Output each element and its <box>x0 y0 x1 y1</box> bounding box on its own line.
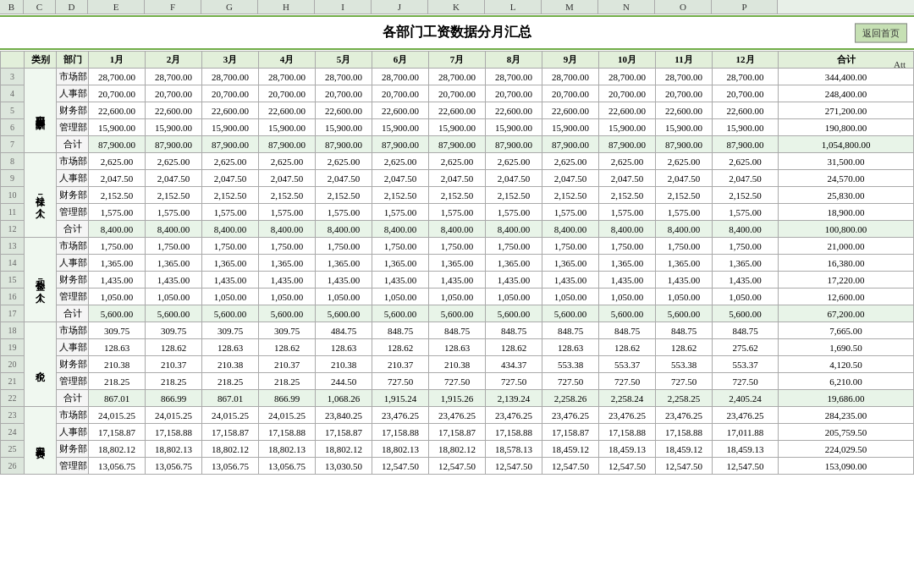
month-cell: 28,700.00 <box>713 69 779 85</box>
month-cell: 24,015.25 <box>89 407 146 424</box>
month-cell: 20,700.00 <box>656 85 713 102</box>
dept-cell: 管理部 <box>57 204 89 221</box>
month-cell: 20,700.00 <box>372 85 429 102</box>
dept-cell: 财务部 <box>57 356 89 373</box>
col-k-header: K <box>428 0 485 14</box>
total-cell: 100,800.00 <box>779 221 914 238</box>
month-cell: 5,600.00 <box>429 305 486 322</box>
category-cell: 社保－个人 <box>25 153 57 238</box>
month-cell: 1,365.00 <box>259 255 316 272</box>
table-row: 17合计5,600.005,600.005,600.005,600.005,60… <box>1 305 914 322</box>
month-cell: 18,802.13 <box>259 441 316 458</box>
month-cell: 218.25 <box>202 373 259 390</box>
month-cell: 17,158.87 <box>316 424 372 441</box>
month-cell: 848.75 <box>429 322 486 339</box>
title-bar: 各部门工资数据分月汇总 返回首页 <box>0 15 914 50</box>
month-cell: 18,802.12 <box>89 441 146 458</box>
month-cell: 2,625.00 <box>146 153 202 170</box>
main-table-wrap: 类别 部门 1月 2月 3月 4月 5月 6月 7月 8月 9月 10月 11月… <box>0 51 914 475</box>
month-cell: 8,400.00 <box>713 221 779 238</box>
month-cell: 8,400.00 <box>259 221 316 238</box>
month-cell: 128.63 <box>542 339 599 356</box>
month-cell: 2,152.50 <box>316 187 372 204</box>
month-cell: 1,365.00 <box>713 255 779 272</box>
month-cell: 1,915.26 <box>429 390 486 407</box>
dept-cell: 合计 <box>57 136 89 153</box>
month-cell: 18,459.12 <box>542 441 599 458</box>
month-cell: 2,047.50 <box>429 170 486 187</box>
month-cell: 2,625.00 <box>542 153 599 170</box>
main-table: 类别 部门 1月 2月 3月 4月 5月 6月 7月 8月 9月 10月 11月… <box>0 51 914 475</box>
month-cell: 12,547.50 <box>542 458 599 475</box>
month-cell: 553.37 <box>599 356 656 373</box>
col-i-header: I <box>315 0 372 14</box>
month-cell: 2,625.00 <box>202 153 259 170</box>
month-cell: 87,900.00 <box>599 136 656 153</box>
month-cell: 20,700.00 <box>316 85 372 102</box>
month-cell: 1,915.24 <box>372 390 429 407</box>
table-row: 18个税市场部309.75309.75309.75309.75484.75848… <box>1 322 914 339</box>
month-cell: 8,400.00 <box>429 221 486 238</box>
total-cell: 190,800.00 <box>779 119 914 136</box>
month-cell: 1,365.00 <box>486 255 542 272</box>
month-cell: 28,700.00 <box>372 69 429 85</box>
month-cell: 2,625.00 <box>429 153 486 170</box>
col-c-header: C <box>24 0 56 14</box>
month-cell: 1,575.00 <box>259 204 316 221</box>
month-cell: 20,700.00 <box>713 85 779 102</box>
month-cell: 1,050.00 <box>486 289 542 305</box>
col-j-header: J <box>372 0 428 14</box>
col-rownum-header <box>1 52 25 69</box>
month-cell: 24,015.25 <box>259 407 316 424</box>
table-row: 4人事部20,700.0020,700.0020,700.0020,700.00… <box>1 85 914 102</box>
month-cell: 5,600.00 <box>486 305 542 322</box>
total-cell: 271,200.00 <box>779 102 914 119</box>
month-cell: 5,600.00 <box>89 305 146 322</box>
month-cell: 128.62 <box>656 339 713 356</box>
month-cell: 22,600.00 <box>146 102 202 119</box>
total-cell: 31,500.00 <box>779 153 914 170</box>
month-cell: 866.99 <box>146 390 202 407</box>
month-cell: 23,476.25 <box>656 407 713 424</box>
month-cell: 218.25 <box>146 373 202 390</box>
month-cell: 2,405.24 <box>713 390 779 407</box>
month-cell: 8,400.00 <box>202 221 259 238</box>
month-cell: 13,056.75 <box>202 458 259 475</box>
month-cell: 22,600.00 <box>89 102 146 119</box>
month-cell: 2,152.50 <box>146 187 202 204</box>
month-cell: 18,459.12 <box>656 441 713 458</box>
month-cell: 1,050.00 <box>542 289 599 305</box>
month-cell: 128.63 <box>429 339 486 356</box>
row-number: 14 <box>1 255 25 272</box>
month-cell: 1,750.00 <box>542 238 599 255</box>
total-cell: 67,200.00 <box>779 305 914 322</box>
col-m3-header: 3月 <box>202 52 259 69</box>
month-cell: 128.62 <box>259 339 316 356</box>
month-cell: 22,600.00 <box>542 102 599 119</box>
month-cell: 28,700.00 <box>429 69 486 85</box>
month-cell: 17,011.88 <box>713 424 779 441</box>
month-cell: 24,015.25 <box>202 407 259 424</box>
col-m5-header: 5月 <box>316 52 372 69</box>
month-cell: 15,900.00 <box>542 119 599 136</box>
month-cell: 15,900.00 <box>713 119 779 136</box>
month-cell: 18,802.12 <box>429 441 486 458</box>
table-row: 9人事部2,047.502,047.502,047.502,047.502,04… <box>1 170 914 187</box>
col-m11-header: 11月 <box>656 52 713 69</box>
month-cell: 22,600.00 <box>429 102 486 119</box>
month-cell: 1,365.00 <box>202 255 259 272</box>
total-cell: 12,600.00 <box>779 289 914 305</box>
month-cell: 1,575.00 <box>656 204 713 221</box>
month-cell: 727.50 <box>486 373 542 390</box>
table-row: 25财务部18,802.1218,802.1318,802.1218,802.1… <box>1 441 914 458</box>
dept-cell: 合计 <box>57 390 89 407</box>
total-cell: 19,686.00 <box>779 390 914 407</box>
table-row: 7合计87,900.0087,900.0087,900.0087,900.008… <box>1 136 914 153</box>
month-cell: 1,050.00 <box>259 289 316 305</box>
month-cell: 2,152.50 <box>259 187 316 204</box>
month-cell: 1,068.26 <box>316 390 372 407</box>
month-cell: 22,600.00 <box>486 102 542 119</box>
month-cell: 22,600.00 <box>259 102 316 119</box>
return-home-button[interactable]: 返回首页 <box>855 23 907 42</box>
month-cell: 1,435.00 <box>89 272 146 289</box>
